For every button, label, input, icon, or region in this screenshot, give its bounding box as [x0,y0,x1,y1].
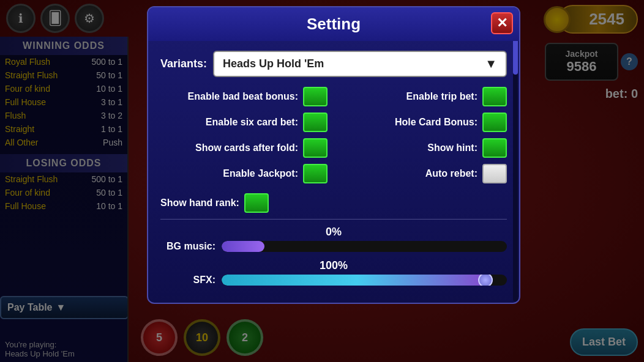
modal-body: Variants: Heads Up Hold 'Em ▼ Enable bad… [148,41,519,303]
variants-dropdown[interactable]: Heads Up Hold 'Em ▼ [213,51,507,77]
option-label: Enable trip bet: [406,91,477,102]
bg-music-label: BG music: [160,241,215,252]
chevron-down-icon: ▼ [485,57,497,71]
modal-scrollbar-thumb [513,38,518,75]
option-label: Enable bad beat bonus: [188,91,298,102]
modal-scrollbar[interactable] [513,38,518,301]
settings-modal: Setting ✕ Variants: Heads Up Hold 'Em ▼ … [147,6,520,304]
slider-section: 0% BG music: 100% SFX: [160,226,507,286]
show-hand-rank-row: Show hand rank: [160,193,507,213]
option-toggle[interactable] [303,164,328,183]
sfx-slider[interactable] [222,275,507,286]
option-toggle[interactable] [482,87,507,106]
option-row: Show hint: [340,138,507,158]
show-hand-rank-label: Show hand rank: [160,198,239,209]
sfx-fill [222,275,493,286]
sfx-row: SFX: [160,275,507,286]
option-row: Enable Jackpot: [160,164,328,183]
variants-value: Heads Up Hold 'Em [223,57,324,70]
bg-music-fill [222,241,264,252]
option-label: Hole Card Bonus: [395,117,477,128]
option-row: Auto rebet: [340,164,507,183]
option-toggle[interactable] [303,87,328,106]
modal-close-button[interactable]: ✕ [491,12,513,34]
sfx-pct: 100% [160,259,507,272]
bg-music-pct: 0% [160,226,507,238]
option-row: Enable six card bet: [160,113,328,132]
option-row: Enable trip bet: [340,87,507,106]
sfx-label: SFX: [160,275,215,286]
option-label: Enable Jackpot: [223,168,298,179]
variants-label: Variants: [160,57,207,70]
option-toggle[interactable] [482,164,507,183]
modal-header: Setting ✕ [148,7,519,41]
bg-music-row: BG music: [160,241,507,252]
option-row: Show cards after fold: [160,138,328,158]
bg-music-slider[interactable] [222,241,507,252]
modal-title: Setting [307,15,361,34]
option-label: Show hint: [427,142,477,153]
option-toggle[interactable] [482,113,507,132]
sfx-thumb [478,275,493,286]
option-toggle[interactable] [482,138,507,158]
variants-row: Variants: Heads Up Hold 'Em ▼ [160,51,507,77]
option-label: Auto rebet: [425,168,477,179]
option-label: Show cards after fold: [195,142,298,153]
option-toggle[interactable] [303,138,328,158]
show-hand-rank-toggle[interactable] [244,193,269,213]
option-row: Enable bad beat bonus: [160,87,328,106]
divider [160,219,507,220]
option-label: Enable six card bet: [206,117,298,128]
option-toggle[interactable] [303,113,328,132]
option-row: Hole Card Bonus: [340,113,507,132]
options-grid: Enable bad beat bonus: Enable trip bet: … [160,87,507,183]
